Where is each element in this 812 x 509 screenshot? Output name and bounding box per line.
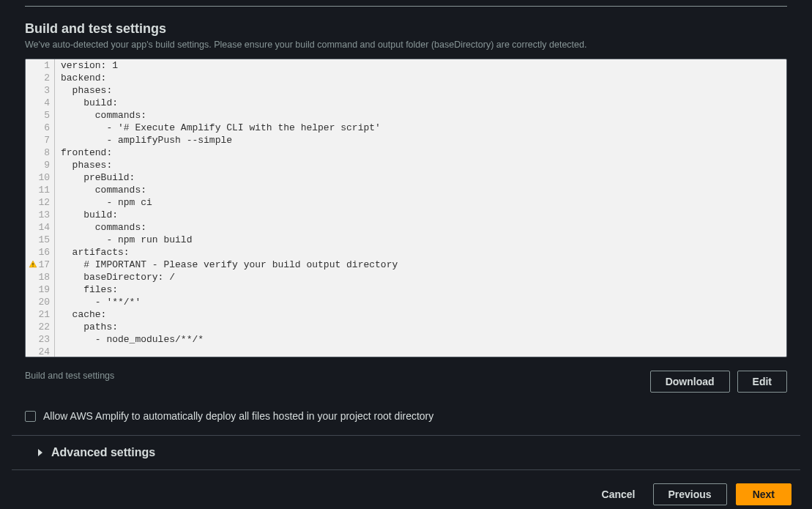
code-line: phases:	[61, 159, 781, 171]
svg-rect-1	[32, 266, 33, 267]
code-line: baseDirectory: /	[61, 271, 781, 283]
gutter-line: 13	[26, 209, 50, 221]
gutter-line: 17	[26, 259, 50, 271]
code-line: - '**/*'	[61, 296, 781, 308]
code-line: version: 1	[61, 59, 781, 72]
code-line: frontend:	[61, 146, 781, 159]
gutter-line: 19	[26, 283, 50, 296]
build-settings-section: Build and test settings We've auto-detec…	[0, 7, 812, 393]
gutter-line: 21	[26, 308, 50, 321]
editor-footer-row: Build and test settings Download Edit	[25, 371, 787, 393]
code-line: build:	[61, 97, 781, 109]
section-subtitle: We've auto-detected your app's build set…	[25, 40, 787, 50]
gutter-line: 22	[26, 321, 50, 333]
code-line: # IMPORTANT - Please verify your build o…	[61, 259, 781, 271]
gutter-line: 6	[26, 122, 50, 134]
code-line: commands:	[61, 109, 781, 122]
gutter-line: 3	[26, 84, 50, 97]
editor-footer-label: Build and test settings	[25, 371, 114, 381]
code-line: - npm run build	[61, 234, 781, 246]
build-settings-panel: Build and test settings We've auto-detec…	[0, 6, 812, 509]
gutter-line: 2	[26, 72, 50, 84]
code-line: backend:	[61, 72, 781, 84]
gutter-line: 16	[26, 246, 50, 259]
gutter-line: 4	[26, 97, 50, 109]
code-line: build:	[61, 209, 781, 221]
gutter-line: 10	[26, 171, 50, 184]
editor-code-area[interactable]: version: 1backend: phases: build: comman…	[55, 59, 786, 357]
allow-deploy-row: Allow AWS Amplify to automatically deplo…	[25, 410, 787, 422]
allow-deploy-checkbox[interactable]	[25, 411, 36, 422]
gutter-line: 11	[26, 184, 50, 196]
code-line: - amplifyPush --simple	[61, 134, 781, 146]
code-line: preBuild:	[61, 171, 781, 184]
gutter-line: 20	[26, 296, 50, 308]
section-title: Build and test settings	[25, 21, 787, 37]
code-line: paths:	[61, 321, 781, 333]
code-line: cache:	[61, 308, 781, 321]
svg-rect-0	[32, 263, 33, 265]
gutter-line: 9	[26, 159, 50, 171]
code-line: artifacts:	[61, 246, 781, 259]
cancel-button[interactable]: Cancel	[593, 484, 644, 505]
code-line: phases:	[61, 84, 781, 97]
gutter-line: 7	[26, 134, 50, 146]
editor-gutter: 123456789101112131415161718192021222324	[26, 59, 55, 357]
gutter-line: 15	[26, 234, 50, 246]
advanced-settings-label: Advanced settings	[51, 446, 155, 459]
gutter-line: 12	[26, 196, 50, 209]
allow-deploy-label: Allow AWS Amplify to automatically deplo…	[43, 410, 433, 422]
gutter-line: 23	[26, 333, 50, 346]
advanced-settings-toggle[interactable]: Advanced settings	[12, 435, 800, 470]
code-line: - npm ci	[61, 196, 781, 209]
yaml-editor[interactable]: 123456789101112131415161718192021222324 …	[25, 59, 787, 357]
code-line: - node_modules/**/*	[61, 333, 781, 346]
gutter-line: 24	[26, 346, 50, 357]
editor-button-row: Download Edit	[650, 371, 787, 393]
gutter-line: 18	[26, 271, 50, 283]
code-line: files:	[61, 283, 781, 296]
previous-button[interactable]: Previous	[653, 483, 727, 505]
wizard-footer: Cancel Previous Next	[0, 470, 812, 509]
code-line: commands:	[61, 184, 781, 196]
gutter-line: 14	[26, 221, 50, 234]
caret-right-icon	[37, 448, 44, 457]
edit-button[interactable]: Edit	[737, 371, 787, 393]
code-line	[61, 346, 781, 357]
gutter-line: 8	[26, 146, 50, 159]
code-line: - '# Execute Amplify CLI with the helper…	[61, 122, 781, 134]
gutter-line: 5	[26, 109, 50, 122]
download-button[interactable]: Download	[650, 371, 730, 393]
next-button[interactable]: Next	[736, 483, 791, 505]
gutter-line: 1	[26, 59, 50, 72]
code-line: commands:	[61, 221, 781, 234]
